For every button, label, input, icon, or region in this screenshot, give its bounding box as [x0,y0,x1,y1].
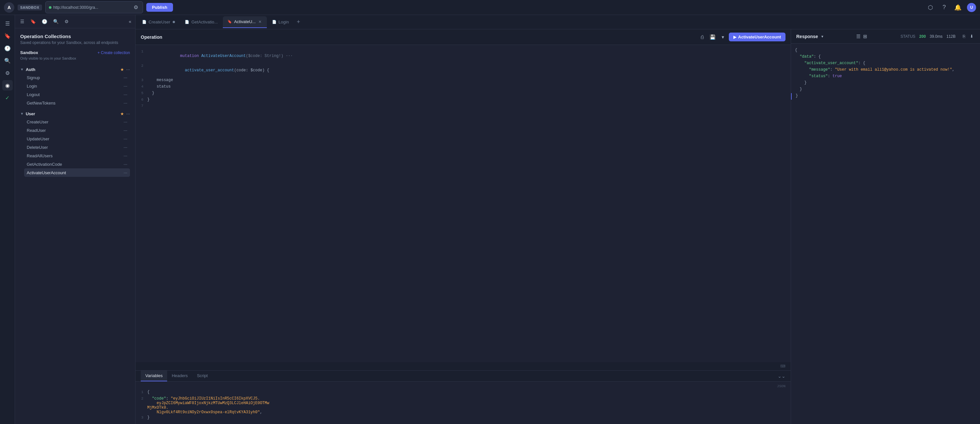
notifications-icon[interactable]: 🔔 [953,3,963,12]
list-item[interactable]: ReadUser ··· [24,126,130,135]
user-collection-name: User [26,111,118,116]
deleteuser-more-icon[interactable]: ··· [124,145,127,150]
save-icon[interactable]: 💾 [708,33,717,41]
run-button[interactable]: ▶ ActivateUserAccount [729,33,786,41]
url-settings-icon[interactable]: ⚙ [132,3,140,12]
list-item[interactable]: UpdateUser ··· [24,135,130,143]
variables-code-editor[interactable]: JSON 1 { 2 "code": "eyJhbGciOiJIUzI1NiIs… [135,382,791,424]
user-collection-group: ▼ User ★ ··· CreateUser ··· ReadUser ··· [20,110,130,177]
sandbox-section: Sandbox + Create collection Only visible… [20,50,130,60]
status-code: 200 [920,34,926,39]
history-toolbar-icon[interactable]: 🕐 [40,17,49,25]
check-sidebar-icon[interactable]: ✓ [2,92,13,103]
search-toolbar-icon[interactable]: 🔍 [52,17,60,25]
auth-star-icon[interactable]: ★ [120,67,124,72]
list-item[interactable]: Logout ··· [24,90,130,98]
logo-button[interactable]: A [4,2,14,13]
bookmark-sidebar-icon[interactable]: 🔖 [2,30,13,41]
signup-more-icon[interactable]: ··· [124,75,127,80]
collapse-panel-button[interactable]: « [129,19,131,24]
bookmark-toolbar-icon[interactable]: 🔖 [29,17,37,25]
response-toolbar: ☰ ⊞ [856,33,867,40]
list-item[interactable]: GetNewTokens ··· [24,98,130,107]
logout-more-icon[interactable]: ··· [124,92,127,97]
list-item[interactable]: CreateUser ··· [24,118,130,126]
tab-login[interactable]: 📄 Login [267,16,294,28]
auth-collection-items: Signup ··· Login ··· Logout ··· GetNewTo… [24,73,130,107]
updateuser-more-icon[interactable]: ··· [124,136,127,141]
readallusers-more-icon[interactable]: ··· [124,153,127,158]
sandbox-header: Sandbox + Create collection [20,50,130,55]
login-more-icon[interactable]: ··· [124,83,127,89]
auth-collection-name: Auth [26,67,118,72]
list-item[interactable]: Login ··· [24,82,130,90]
grid-icon[interactable]: ⊞ [863,33,867,40]
tab-headers[interactable]: Headers [167,371,192,381]
code-line-3: 3 message [135,78,791,84]
operation-title: Operation [141,35,696,40]
history-sidebar-icon[interactable]: 🕐 [2,43,13,53]
save-dropdown-icon[interactable]: ▾ [720,33,725,41]
tab-createuser[interactable]: 📄 CreateUser [137,16,180,28]
tab-activateuser[interactable]: 🔖 ActivateU... ✕ [223,16,267,28]
settings-toolbar-icon[interactable]: ⚙ [63,17,70,25]
auth-more-icon[interactable]: ··· [126,67,130,72]
new-doc-icon[interactable]: ☰ [19,17,26,25]
publish-button[interactable]: Publish [146,3,173,12]
operation-header: Operation ⎙ 💾 ▾ ▶ ActivateUserAccount [135,29,791,45]
section-subtitle: Saved operations for your Sandbox, acros… [20,40,130,45]
response-chevron-icon[interactable]: ▾ [821,34,823,39]
user-collection-header[interactable]: ▼ User ★ ··· [20,110,130,118]
user-more-icon[interactable]: ··· [126,111,130,116]
avatar[interactable]: U [967,3,976,12]
tab-script[interactable]: Script [192,371,212,381]
help-icon[interactable]: ? [940,3,949,12]
keyboard-shortcut-area: ⌨ [135,362,791,370]
operation-panel: Operation ⎙ 💾 ▾ ▶ ActivateUserAccount 1 … [135,29,791,424]
resp-line-2: "data": { [791,54,980,60]
tab-variables[interactable]: Variables [141,371,167,381]
response-header: Response ▾ ☰ ⊞ STATUS 200 39.0ms 112B ⎘ [791,29,980,44]
collections-sidebar-icon[interactable]: ◉ [2,80,13,91]
tab-activateuser-close-icon[interactable]: ✕ [258,19,262,25]
activateuseraccount-more-icon[interactable]: ··· [124,170,127,175]
operation-code-editor[interactable]: 1 mutation ActivateUserAccount($code: St… [135,45,791,362]
add-tab-button[interactable]: + [294,17,303,27]
settings-sidebar-icon[interactable]: ⚙ [2,68,13,78]
copy-response-icon[interactable]: ⎘ [961,33,967,40]
search-sidebar-icon[interactable]: 🔍 [2,56,13,66]
user-star-icon[interactable]: ★ [120,111,124,116]
filter-icon[interactable]: ☰ [856,33,861,40]
download-response-icon[interactable]: ⬇ [969,33,975,40]
getnewtokens-more-icon[interactable]: ··· [124,100,127,105]
list-item[interactable]: Signup ··· [24,73,130,82]
list-item[interactable]: GetActivationCode ··· [24,160,130,168]
status-time: 39.0ms [930,34,943,39]
share-icon[interactable]: ⎙ [700,33,705,41]
user-chevron-icon: ▼ [20,112,24,116]
getactivationcode-more-icon[interactable]: ··· [124,162,127,167]
create-collection-button[interactable]: + Create collection [97,51,130,55]
readuser-more-icon[interactable]: ··· [124,128,127,133]
code-line-6: 6 } [135,97,791,103]
url-bar[interactable]: http://localhost:3000/gra... ⚙ [45,1,143,13]
expand-variables-icon[interactable]: ⌄⌄ [778,373,786,379]
variables-panel: Variables Headers Script ⌄⌄ JSON 1 { 2 [135,370,791,424]
tab-getactivation-icon: 📄 [185,20,189,24]
auth-collection-header[interactable]: ▼ Auth ★ ··· [20,65,130,73]
sandbox-badge: SANDBOX [18,5,42,10]
content-area: 📄 CreateUser 📄 GetActivatio... 🔖 Activat… [135,15,980,424]
tab-createuser-icon: 📄 [142,20,146,24]
explorer-icon[interactable]: ⬡ [926,3,935,12]
variables-tabs-bar: Variables Headers Script ⌄⌄ [135,371,791,382]
tab-getactivation[interactable]: 📄 GetActivatio... [180,16,222,28]
tab-createuser-dot [173,21,175,23]
list-item[interactable]: ActivateUserAccount ··· [24,168,130,177]
topbar-right: ⬡ ? 🔔 U [926,3,976,12]
list-item[interactable]: ReadAllUsers ··· [24,151,130,160]
list-item[interactable]: DeleteUser ··· [24,143,130,151]
document-icon[interactable]: ☰ [2,18,13,29]
user-collection-items: CreateUser ··· ReadUser ··· UpdateUser ·… [24,118,130,177]
createuser-more-icon[interactable]: ··· [124,119,127,124]
response-title: Response [796,34,818,39]
